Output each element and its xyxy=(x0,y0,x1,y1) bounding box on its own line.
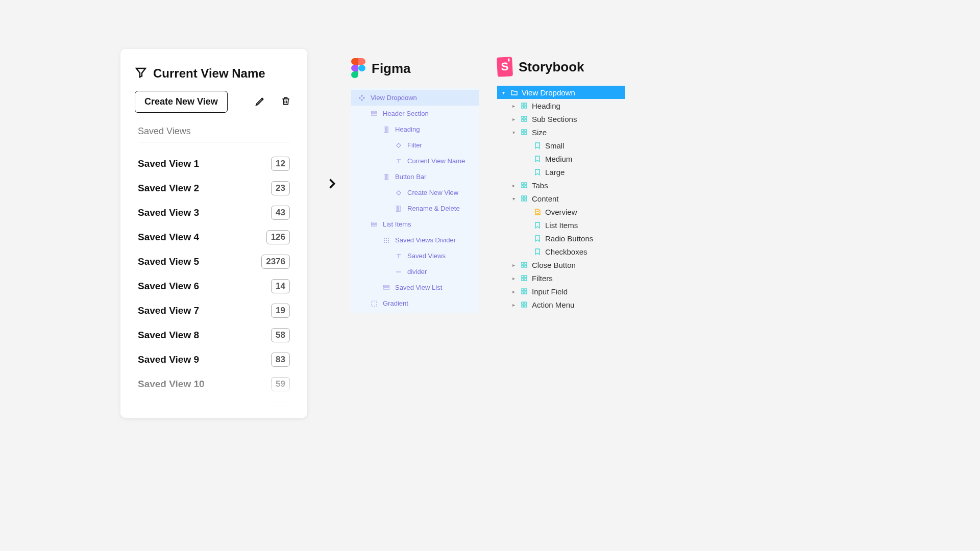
figma-layer-label: Button Bar xyxy=(395,173,426,181)
storybook-tree-label: Checkboxes xyxy=(545,247,587,256)
storybook-tree-row[interactable]: ▸Action Menu xyxy=(497,298,625,311)
storybook-tree-row[interactable]: ▸Input Field xyxy=(497,285,625,298)
saved-view-count: 95 xyxy=(271,402,290,416)
figma-layer-row[interactable]: Filter xyxy=(351,137,479,153)
folder-icon xyxy=(510,89,518,96)
diamond-icon xyxy=(395,189,402,196)
figma-layer-tree: View DropdownHeader SectionHeadingFilter… xyxy=(351,88,479,313)
figma-layer-label: Current View Name xyxy=(407,157,465,165)
svg-rect-44 xyxy=(525,199,527,201)
text-icon xyxy=(395,253,402,260)
saved-view-row[interactable]: Saved View 719 xyxy=(135,298,293,323)
figma-header: Figma xyxy=(351,58,479,79)
saved-view-row[interactable]: Saved View 858 xyxy=(135,323,293,347)
storybook-tree-row[interactable]: ▾Size xyxy=(497,126,625,139)
view-heading: Current View Name xyxy=(135,66,293,81)
figma-layer-row[interactable]: Rename & Delete xyxy=(351,201,479,216)
saved-view-row[interactable]: Saved View 4126 xyxy=(135,225,293,249)
svg-rect-40 xyxy=(525,186,527,188)
create-new-view-button[interactable]: Create New View xyxy=(135,91,228,113)
figma-layer-row[interactable]: Saved View List xyxy=(351,280,479,295)
storybook-tree-row[interactable]: Checkboxes xyxy=(497,245,625,258)
svg-rect-8 xyxy=(396,206,398,212)
figma-layer-row[interactable]: Saved Views Divider xyxy=(351,232,479,248)
saved-view-name: Saved View 11 xyxy=(138,403,205,414)
story-icon xyxy=(534,155,541,162)
saved-view-row[interactable]: Saved View 52376 xyxy=(135,249,293,274)
saved-view-row[interactable]: Saved View 343 xyxy=(135,201,293,225)
component-icon xyxy=(521,261,528,268)
saved-view-count: 2376 xyxy=(261,255,290,269)
figma-layer-row[interactable]: Heading xyxy=(351,121,479,137)
storybook-tree-label: Input Field xyxy=(532,287,568,296)
svg-rect-36 xyxy=(525,133,527,135)
saved-view-count: 58 xyxy=(271,328,290,342)
saved-view-row[interactable]: Saved View 983 xyxy=(135,347,293,372)
storybook-tree-row[interactable]: ▸Heading xyxy=(497,99,625,112)
storybook-tree-row[interactable]: ▸Close Button xyxy=(497,258,625,271)
view-title: Current View Name xyxy=(153,66,265,81)
figma-layer-row[interactable]: Header Section xyxy=(351,106,479,121)
svg-rect-37 xyxy=(522,183,524,185)
saved-view-row[interactable]: Saved View 112 xyxy=(135,152,293,176)
storybook-tree-label: List Items xyxy=(545,221,578,230)
figma-layer-row[interactable]: View Dropdown xyxy=(351,90,479,106)
figma-logo-icon xyxy=(351,58,365,79)
frame-box-icon xyxy=(371,300,378,307)
svg-rect-39 xyxy=(522,186,524,188)
storybook-tree-label: Size xyxy=(532,128,547,137)
figma-layer-label: Gradient xyxy=(383,299,408,307)
storybook-tree-row[interactable]: ▸Sub Sections xyxy=(497,112,625,126)
saved-view-row[interactable]: Saved View 1195 xyxy=(135,396,293,418)
figma-layer-row[interactable]: divider xyxy=(351,264,479,280)
svg-rect-30 xyxy=(525,116,527,118)
svg-rect-60 xyxy=(525,305,527,307)
svg-rect-2 xyxy=(384,127,385,133)
storybook-header: S Storybook xyxy=(497,57,625,77)
caret-icon: ▾ xyxy=(502,90,506,95)
storybook-tree-row[interactable]: List Items xyxy=(497,218,625,232)
saved-view-count: 19 xyxy=(271,304,290,318)
figma-layer-row[interactable]: List Items xyxy=(351,216,479,232)
caret-icon: ▸ xyxy=(512,183,517,188)
figma-layer-row[interactable]: Current View Name xyxy=(351,153,479,169)
saved-view-name: Saved View 2 xyxy=(138,183,199,194)
svg-point-19 xyxy=(386,242,387,243)
storybook-tree-row[interactable]: Small xyxy=(497,139,625,152)
svg-rect-50 xyxy=(525,276,527,278)
svg-rect-45 xyxy=(522,262,524,264)
frame-h-icon xyxy=(371,110,378,117)
saved-view-row[interactable]: Saved View 1059 xyxy=(135,372,293,396)
storybook-tree-label: Radio Buttons xyxy=(545,234,593,243)
svg-rect-43 xyxy=(522,199,524,201)
saved-view-row[interactable]: Saved View 614 xyxy=(135,274,293,298)
saved-view-name: Saved View 10 xyxy=(138,379,205,390)
storybook-tree-row[interactable]: ▸Tabs xyxy=(497,179,625,192)
figma-layer-row[interactable]: Gradient xyxy=(351,295,479,311)
storybook-tree-row[interactable]: ▾View Dropdown xyxy=(497,86,625,99)
svg-rect-11 xyxy=(371,224,377,226)
caret-icon: ▸ xyxy=(512,116,517,122)
delete-button[interactable] xyxy=(279,95,293,109)
storybook-tree-row[interactable]: ▾Content xyxy=(497,192,625,205)
svg-rect-54 xyxy=(525,289,527,291)
storybook-tree-row[interactable]: Overview xyxy=(497,205,625,218)
figma-layer-row[interactable]: Saved Views xyxy=(351,248,479,264)
storybook-tree-label: Medium xyxy=(545,155,572,163)
saved-view-row[interactable]: Saved View 223 xyxy=(135,176,293,201)
svg-rect-35 xyxy=(522,133,524,135)
storybook-tree-row[interactable]: Radio Buttons xyxy=(497,232,625,245)
svg-rect-41 xyxy=(522,196,524,198)
story-icon xyxy=(534,235,541,242)
rename-button[interactable] xyxy=(253,95,267,109)
storybook-tree-row[interactable]: ▸Filters xyxy=(497,271,625,285)
svg-rect-55 xyxy=(522,292,524,294)
svg-rect-56 xyxy=(525,292,527,294)
figma-layer-row[interactable]: Button Bar xyxy=(351,169,479,185)
figma-layer-label: List Items xyxy=(383,220,411,228)
storybook-tree-row[interactable]: Large xyxy=(497,165,625,179)
storybook-tree-row[interactable]: Medium xyxy=(497,152,625,165)
saved-view-name: Saved View 5 xyxy=(138,256,199,267)
svg-rect-3 xyxy=(386,127,388,133)
figma-layer-row[interactable]: Create New View xyxy=(351,185,479,201)
